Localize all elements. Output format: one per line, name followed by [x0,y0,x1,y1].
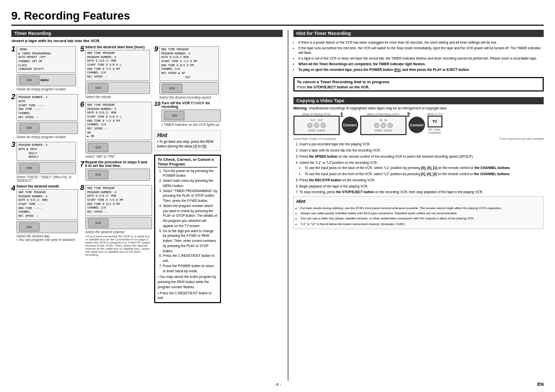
timer-recording-header: Timer Recording [11,30,283,37]
hint-box: Hint • To go back one step, press the RE… [154,130,221,151]
bottom-hint-bullets: For best results during dubbing, use the… [297,206,541,227]
insert-tape-instruction: •Insert a tape with its record tab into … [11,39,283,43]
timer-recording-section: Timer Recording •Insert a tape with its … [11,30,283,305]
hint-bullet-2: If the tape runs out before the end time… [299,46,544,55]
step-8-number: 8 [80,184,84,191]
hint-for-timer-section: Hint for Timer Recording If there is a p… [293,30,544,73]
step-1-number: 1 [11,45,15,52]
step-4-caption: Select the desired day• You can program … [16,234,78,241]
en-label: EN [537,382,544,387]
step-1: 1 -MENU- ▶ TIMER PROGRAMMING AUTO REPEAT… [11,45,78,91]
step-4-number: 4 [11,184,15,192]
step-7-device: VCR [85,169,150,181]
step-7-title: Repeat the procedure in steps 5 and 6 to… [85,160,147,167]
step-8: 8 ONE TIME PROGRAM PROGRAM NUMBER: 4 DAT… [80,184,152,256]
page-title: 9. Recording Features [11,9,544,26]
copy-step-6: Begin playback of the tape in the playin… [300,184,544,189]
step-1-screen: -MENU- ▶ TIMER PROGRAMMING AUTO REPEAT :… [16,46,76,73]
copy-step-5: Press the REC/OTR button on the recordin… [300,178,544,183]
step-2: 2 PROGRAM NUMBER: 4 DATE START TIME --:-… [11,93,78,139]
check-correct-note2: • Press the C.RESET/EXIT button to exit. [158,291,217,301]
step-2-device: VCR [16,122,78,134]
step-5-screen: ONE TIME PROGRAM PROGRAM NUMBER: 4 DATE … [85,50,150,81]
step-10-number: 10 [154,101,160,107]
step-5-caption: Select the minute [85,95,150,99]
hint-bullet-3: If a tape is not in the VCR or does not … [299,56,544,61]
playing-vcr-diagram: (Back of Playing VCR) OUT OUT VIDEO AUDI… [293,113,340,135]
left-column: Timer Recording •Insert a tape with its … [11,30,283,381]
check-correct-note: • You may cancel the entire program by p… [158,274,217,289]
step-2-caption: Select an empty program number [16,135,78,139]
copying-warning: Warning: Unauthorized recordings of copy… [293,106,544,111]
step-7-number: 7 [80,160,84,167]
step-9-device: VCR [159,82,219,95]
step-9-number: 9 [154,45,158,52]
step-6-number: 6 [80,101,84,108]
step-5: 5 Select the desired start time (hour) O… [80,45,152,99]
bottom-hint-4: "L1" or "L2" is found below the lowest m… [301,222,541,226]
copying-header: Copying a Video Tape [293,97,544,104]
column-divider [288,30,288,381]
step-6-screen: ONE TIME PROGRAM PROGRAM NUMBER: 4 DATE … [85,102,152,140]
step-10-caption: • TIMER indicator on the VCR lights up. [161,123,221,126]
bottom-hint: Hint For best results during dubbing, us… [293,196,544,229]
step-9-caption: Select the desired recording speed [159,96,219,99]
step-10-device: VCR [161,109,221,122]
step-4-screen: ONE TIME PROGRAM PROGRAM NUMBER: 4 DATE … [16,189,78,220]
connect-1: 1 Connect [342,117,358,133]
bottom-hint-1: For best results during dubbing, use the… [301,206,541,210]
step-5-number: 5 [80,45,84,52]
step-8-device: VCR [85,217,152,229]
hint-box-content: • To go back one step, press the REW but… [157,139,218,148]
cancel-timer-title: To cancel a Timer Recording that is in p… [297,80,540,84]
step-3-caption: Select "ONCE", "DAILY" (Mon-Fri), or "WE… [16,175,76,182]
step-8-desc: • If you have connected the VCR to a cab… [85,235,152,256]
step-10-title: Turn off the VCR POWER for recording [161,101,210,108]
right-column: Hint for Timer Recording If there is a p… [293,30,544,381]
step-2-screen: PROGRAM NUMBER: 4 DATE START TIME --:-- … [16,94,78,121]
step-6-device: VCR [85,141,152,154]
step-3-device: VCR [16,162,76,174]
step-1-caption: Select an empty program number [16,87,76,91]
copy-step-3: Press the SPEED button on the remote con… [300,154,544,159]
step-3-screen: PROGRAM NUMBER: 4 DATE ▶ ONCE DAILY WEEK… [16,142,76,161]
check-correct-title: To Check, Correct, or Cancel a Timer Pro… [158,157,217,167]
step-3: 3 PROGRAM NUMBER: 4 DATE ▶ ONCE DAILY WE… [11,141,78,182]
copy-step-4a: To use the input jacks on the back of th… [305,165,544,171]
step-8-caption: Select the desired channel [85,230,152,234]
cancel-timer-text: Press the STOP/EJECT button on the VCR. [297,85,540,89]
copying-steps: Insert a pre-recorded tape into the play… [293,142,544,195]
step-6: 6 ONE TIME PROGRAM PROGRAM NUMBER: 4 DAT… [80,101,152,158]
step-4: 4 Select the desired month ONE TIME PROG… [11,184,78,241]
hint-for-timer-bullets: If there is a power failure or the VCR h… [293,40,544,73]
recording-vcr-diagram: (Back of Recording VCR*) IN IN VIDEO AUD… [360,113,406,135]
step-10: 10 Turn off the VCR POWER for recording … [154,101,221,126]
hint-bullet-1: If there is a power failure or the VCR h… [299,40,544,45]
bottom-hint-3: You can use a video disc player, satelli… [301,216,541,220]
check-correct-content: Turn the power on by pressing the POWER … [158,169,217,301]
step-9-screen: ONE TIME PROGRAM PROGRAM NUMBER: 4 DATE … [159,46,219,81]
tv-diagram: (Back of TV) TV RF Cable(supplied) [427,113,442,134]
check-correct-box: To Check, Correct, or Cancel a Timer Pro… [154,155,221,304]
step-6-caption: Select "AM" or "PM" [85,155,152,158]
step-1-device: VCR MENU [16,74,76,86]
step-4-device: VCR [16,221,78,233]
step-5-title: Select the desired start time (hour) [85,45,145,49]
copy-step-7: To stop recording, press the STOP/EJECT … [300,190,544,195]
copy-step-4: Select the "L1" or "L2"position on the r… [300,160,544,177]
hint-box-title: Hint [157,133,218,138]
copying-section: Copying a Video Tape Warning: Unauthoriz… [293,95,544,230]
step-7: 7 Repeat the procedure in steps 5 and 6 … [80,160,152,182]
hint-for-timer-header: Hint for Timer Recording [293,30,544,37]
copy-step-4b: To use the input jacks on the front of t… [305,172,544,177]
bottom-hint-2: Always use video-quality shielded cables… [301,211,541,215]
step-8-screen: ONE TIME PROGRAM PROGRAM NUMBER: 4 DATE … [85,185,152,216]
step-3-number: 3 [11,141,15,148]
page: 9. Recording Features Timer Recording •I… [0,0,555,392]
step-9: 9 ONE TIME PROGRAM PROGRAM NUMBER: 4 DAT… [154,45,221,99]
front-jack-note: *Front input jacks are also available [499,137,544,140]
cancel-timer-box: To cancel a Timer Recording that is in p… [293,77,544,91]
copy-step-1: Insert a pre-recorded tape into the play… [300,142,544,147]
step-5-device: VCR [85,82,150,94]
step-2-number: 2 [11,93,15,100]
